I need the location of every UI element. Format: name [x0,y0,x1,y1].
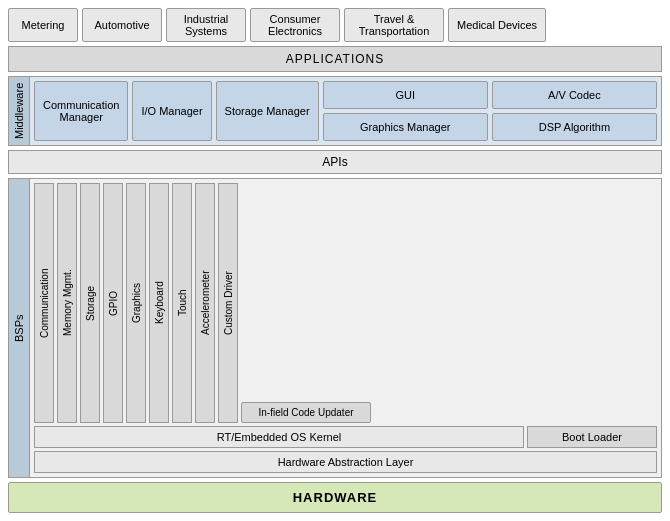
middleware-content: Communication Manager I/O Manager Storag… [30,76,662,146]
graphics-manager-box: Graphics Manager [323,113,488,141]
bsp-vertical-row: Communication Memory Mgmt. Storage GPIO … [34,183,657,423]
gui-box: GUI [323,81,488,109]
bsp-storage: Storage [80,183,100,423]
bsp-accelerometer: Accelerometer [195,183,215,423]
bsps-content: Communication Memory Mgmt. Storage GPIO … [30,178,662,478]
boot-loader-bar: Boot Loader [527,426,657,448]
market-row: Metering Automotive Industrial Systems C… [8,8,662,42]
hal-bar: Hardware Abstraction Layer [34,451,657,473]
bsp-right-col: In-field Code Updater [241,183,371,423]
applications-bar: APPLICATIONS [8,46,662,72]
hardware-bar: HARDWARE [8,482,662,513]
rt-os-row: RT/Embedded OS Kernel Boot Loader [34,426,657,448]
bsp-touch: Touch [172,183,192,423]
bsp-custom-driver: Custom Driver [218,183,238,423]
av-codec-box: A/V Codec [492,81,657,109]
middleware-label: Middleware [8,76,30,146]
rt-os-bar: RT/Embedded OS Kernel [34,426,524,448]
market-metering: Metering [8,8,78,42]
market-consumer: Consumer Electronics [250,8,340,42]
market-travel: Travel & Transportation [344,8,444,42]
io-manager-box: I/O Manager [132,81,211,141]
bsps-label: BSPs [8,178,30,478]
communication-manager-box: Communication Manager [34,81,128,141]
bsp-gpio: GPIO [103,183,123,423]
market-medical: Medical Devices [448,8,546,42]
diagram: Metering Automotive Industrial Systems C… [0,0,670,521]
middleware-row: Middleware Communication Manager I/O Man… [8,76,662,146]
apis-bar: APIs [8,150,662,174]
dsp-algorithm-box: DSP Algorithm [492,113,657,141]
bsp-keyboard: Keyboard [149,183,169,423]
bsp-communication: Communication [34,183,54,423]
infield-code-updater: In-field Code Updater [241,402,371,423]
market-automotive: Automotive [82,8,162,42]
applications-label: APPLICATIONS [286,52,384,66]
bsp-memory: Memory Mgmt. [57,183,77,423]
mw-right: GUI A/V Codec Graphics Manager DSP Algor… [323,81,657,141]
mw-right-bottom: Graphics Manager DSP Algorithm [323,113,657,141]
market-industrial: Industrial Systems [166,8,246,42]
bsp-graphics: Graphics [126,183,146,423]
storage-manager-box: Storage Manager [216,81,319,141]
bsps-row: BSPs Communication Memory Mgmt. Storage … [8,178,662,478]
mw-right-top: GUI A/V Codec [323,81,657,109]
apis-label: APIs [322,155,347,169]
